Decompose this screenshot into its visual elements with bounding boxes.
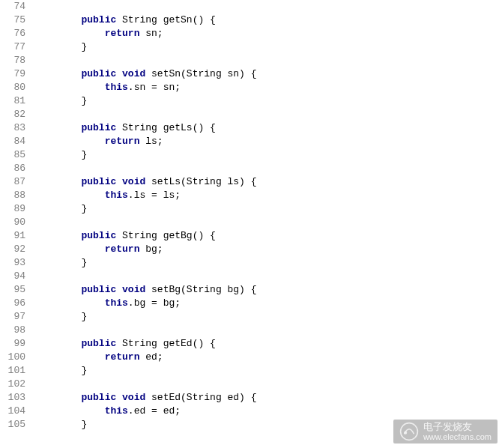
code-line[interactable]: [34, 378, 257, 391]
line-number: 81: [0, 94, 25, 108]
keyword: void: [122, 176, 145, 187]
keyword: public: [81, 338, 116, 349]
code-line[interactable]: [34, 54, 257, 67]
code-line[interactable]: public void setLs(String ls) {: [34, 175, 257, 189]
line-number: 75: [0, 13, 25, 27]
code-line[interactable]: public void setSn(String sn) {: [34, 67, 257, 81]
keyword: void: [122, 284, 145, 295]
code-line[interactable]: this.ed = ed;: [34, 405, 257, 418]
line-number: 88: [0, 189, 25, 202]
keyword: void: [122, 68, 145, 79]
code-line[interactable]: }: [34, 364, 257, 378]
keyword: void: [122, 392, 145, 403]
line-number-gutter: 7475767778798081828384858687888990919293…: [0, 0, 30, 432]
line-number: 99: [0, 337, 25, 351]
code-area[interactable]: public String getSn() { return sn; } pub…: [30, 0, 257, 432]
keyword: public: [81, 230, 116, 241]
keyword: public: [81, 392, 116, 403]
svg-point-1: [404, 431, 407, 434]
line-number: 80: [0, 81, 25, 94]
code-line[interactable]: this.ls = ls;: [34, 189, 257, 202]
code-editor[interactable]: 7475767778798081828384858687888990919293…: [0, 0, 502, 432]
line-number: 82: [0, 108, 25, 121]
code-line[interactable]: }: [34, 148, 257, 162]
line-number: 103: [0, 391, 25, 405]
line-number: 105: [0, 418, 25, 432]
code-line[interactable]: public void setBg(String bg) {: [34, 283, 257, 297]
code-line[interactable]: }: [34, 310, 257, 324]
line-number: 100: [0, 351, 25, 364]
watermark-url: www.elecfans.com: [423, 432, 492, 441]
code-line[interactable]: [34, 324, 257, 337]
code-line[interactable]: return ed;: [34, 351, 257, 364]
line-number: 94: [0, 270, 25, 283]
code-line[interactable]: public String getEd() {: [34, 337, 257, 351]
line-number: 87: [0, 175, 25, 189]
keyword: this: [105, 82, 128, 93]
line-number: 79: [0, 67, 25, 81]
line-number: 90: [0, 216, 25, 229]
code-line[interactable]: public String getBg() {: [34, 229, 257, 243]
code-line[interactable]: [34, 0, 257, 13]
code-line[interactable]: [34, 270, 257, 283]
line-number: 84: [0, 135, 25, 148]
line-number: 104: [0, 405, 25, 418]
line-number: 93: [0, 256, 25, 270]
line-number: 91: [0, 229, 25, 243]
code-line[interactable]: public String getSn() {: [34, 13, 257, 27]
keyword: public: [81, 122, 116, 133]
keyword: public: [81, 68, 116, 79]
line-number: 85: [0, 148, 25, 162]
keyword: this: [105, 405, 128, 417]
line-number: 74: [0, 0, 25, 13]
line-number: 97: [0, 310, 25, 324]
code-line[interactable]: [34, 162, 257, 175]
code-line[interactable]: this.bg = bg;: [34, 297, 257, 310]
line-number: 76: [0, 27, 25, 40]
code-line[interactable]: [34, 216, 257, 229]
keyword: return: [105, 136, 140, 147]
keyword: public: [81, 14, 116, 25]
code-line[interactable]: }: [34, 94, 257, 108]
line-number: 77: [0, 40, 25, 54]
line-number: 102: [0, 378, 25, 391]
line-number: 96: [0, 297, 25, 310]
code-line[interactable]: return sn;: [34, 27, 257, 40]
keyword: this: [105, 297, 128, 309]
code-line[interactable]: }: [34, 202, 257, 216]
code-line[interactable]: }: [34, 256, 257, 270]
keyword: return: [105, 351, 140, 363]
line-number: 95: [0, 283, 25, 297]
keyword: return: [105, 28, 140, 39]
code-line[interactable]: public String getLs() {: [34, 121, 257, 135]
line-number: 101: [0, 364, 25, 378]
code-line[interactable]: this.sn = sn;: [34, 81, 257, 94]
line-number: 86: [0, 162, 25, 175]
code-line[interactable]: }: [34, 418, 257, 432]
code-line[interactable]: }: [34, 40, 257, 54]
keyword: return: [105, 243, 140, 255]
line-number: 83: [0, 121, 25, 135]
line-number: 92: [0, 243, 25, 256]
line-number: 98: [0, 324, 25, 337]
code-line[interactable]: [34, 108, 257, 121]
code-line[interactable]: public void setEd(String ed) {: [34, 391, 257, 405]
code-line[interactable]: return bg;: [34, 243, 257, 256]
keyword: public: [81, 284, 116, 295]
line-number: 89: [0, 202, 25, 216]
keyword: public: [81, 176, 116, 187]
line-number: 78: [0, 54, 25, 67]
keyword: this: [105, 190, 128, 201]
code-line[interactable]: return ls;: [34, 135, 257, 148]
